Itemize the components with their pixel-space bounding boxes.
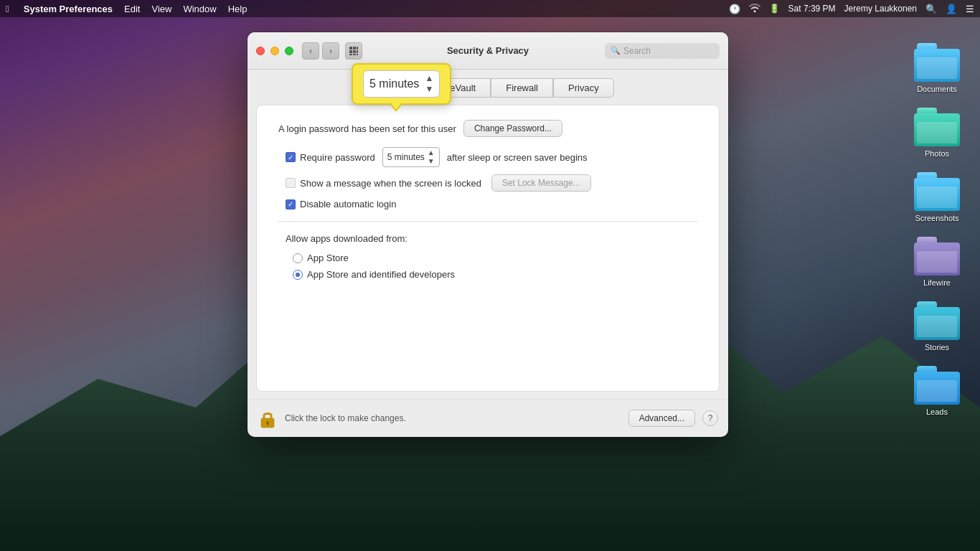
photos-folder-icon: [914, 108, 960, 146]
user-icon[interactable]: 👤: [946, 4, 957, 14]
svg-rect-8: [357, 54, 358, 55]
traffic-lights: [256, 47, 293, 55]
stepper-down-icon[interactable]: ▼: [428, 158, 435, 165]
menubar-username[interactable]: Jeremy Laukkonen: [844, 4, 917, 14]
leads-label: Leads: [926, 408, 948, 416]
minimize-button[interactable]: [270, 47, 279, 55]
login-password-row: A login password has been set for this u…: [278, 120, 697, 137]
advanced-button[interactable]: Advanced...: [628, 410, 695, 427]
app-store-label: App Store: [307, 253, 349, 263]
desktop-sidebar: Documents Photos Screenshots: [894, 29, 980, 430]
documents-folder-icon: [914, 43, 960, 82]
lock-text: Click the lock to make changes.: [285, 413, 621, 423]
stepper-up-icon[interactable]: ▲: [428, 149, 435, 156]
menubar-help[interactable]: Help: [228, 4, 248, 14]
leads-folder-icon: [914, 366, 960, 405]
set-lock-message-button[interactable]: Set Lock Message...: [491, 174, 591, 192]
allow-apps-label: Allow apps downloaded from:: [278, 233, 697, 244]
disable-auto-login-row: ✓ Disable automatic login: [278, 199, 697, 209]
app-store-row: App Store: [278, 253, 697, 263]
app-store-dev-radio[interactable]: [293, 270, 303, 280]
menubar-datetime: Sat 7:39 PM: [788, 4, 836, 14]
lifewire-label: Lifewire: [923, 278, 951, 287]
svg-rect-7: [353, 54, 356, 55]
show-message-checkbox[interactable]: [286, 178, 296, 188]
lifewire-folder-icon: [914, 237, 960, 276]
menubar-system-prefs[interactable]: System Preferences: [24, 4, 113, 14]
separator: [278, 221, 697, 222]
callout-tooltip: 5 minutes ▲ ▼: [352, 63, 451, 105]
callout-stepper-up-icon[interactable]: ▲: [425, 74, 433, 83]
require-password-label: Require password: [300, 152, 375, 163]
sidebar-item-screenshots[interactable]: Screenshots: [914, 172, 960, 222]
titlebar: ‹ › Security & Privacy 🔍: [248, 32, 728, 70]
help-button[interactable]: ?: [702, 410, 718, 426]
app-store-dev-row: App Store and identified developers: [278, 269, 697, 280]
screenshots-label: Screenshots: [915, 214, 958, 222]
grid-button[interactable]: [345, 42, 362, 60]
documents-label: Documents: [917, 85, 957, 93]
notification-center-icon[interactable]: ☰: [966, 4, 974, 14]
close-button[interactable]: [256, 47, 265, 55]
sidebar-item-stories[interactable]: Stories: [914, 301, 960, 352]
apple-menu[interactable]: : [6, 4, 9, 14]
sidebar-item-lifewire[interactable]: Lifewire: [914, 237, 960, 287]
svg-rect-4: [353, 50, 356, 53]
svg-rect-2: [357, 47, 358, 50]
time-select-value: 5 minutes: [387, 152, 425, 162]
stories-folder-icon: [914, 301, 960, 340]
callout-stepper-down-icon[interactable]: ▼: [425, 85, 433, 94]
sidebar-item-photos[interactable]: Photos: [914, 108, 960, 158]
sidebar-item-documents[interactable]: Documents: [914, 43, 960, 93]
svg-rect-1: [353, 47, 356, 50]
menubar-window[interactable]: Window: [183, 4, 216, 14]
maximize-button[interactable]: [285, 47, 293, 55]
menubar-view[interactable]: View: [151, 4, 171, 14]
content-area: A login password has been set for this u…: [256, 105, 720, 392]
app-store-radio[interactable]: [293, 253, 303, 263]
screenshots-folder-icon: [914, 172, 960, 211]
bottom-bar: Click the lock to make changes. Advanced…: [248, 399, 728, 437]
menubar-edit[interactable]: Edit: [124, 4, 140, 14]
callout-text: 5 minutes: [369, 77, 419, 90]
wifi-icon: [749, 4, 760, 14]
stories-label: Stories: [925, 343, 949, 352]
tab-privacy[interactable]: Privacy: [553, 78, 614, 98]
search-bar[interactable]: 🔍: [605, 43, 720, 59]
lock-icon: [260, 408, 275, 428]
callout-stepper: ▲ ▼: [425, 74, 433, 94]
show-message-label: Show a message when the screen is locked: [300, 178, 481, 189]
callout-select[interactable]: 5 minutes ▲ ▼: [363, 70, 440, 98]
show-message-row: Show a message when the screen is locked…: [278, 174, 697, 192]
require-password-row: ✓ Require password 5 minutes ▲ ▼ after s…: [278, 147, 697, 167]
after-sleep-text: after sleep or screen saver begins: [447, 152, 588, 163]
tab-firewall[interactable]: Firewall: [491, 78, 553, 98]
menubar:  System Preferences Edit View Window He…: [0, 0, 980, 17]
spotlight-icon[interactable]: 🔍: [925, 4, 937, 14]
change-password-button[interactable]: Change Password...: [463, 120, 562, 137]
forward-button[interactable]: ›: [322, 42, 339, 60]
battery-icon: 🔋: [769, 4, 780, 14]
search-icon: 🔍: [611, 46, 621, 55]
svg-rect-5: [357, 50, 358, 53]
menubar-left:  System Preferences Edit View Window He…: [6, 4, 247, 14]
window-title: Security & Privacy: [447, 45, 529, 56]
require-password-checkbox[interactable]: ✓: [286, 152, 296, 162]
titlebar-nav: ‹ ›: [302, 42, 339, 60]
history-icon: 🕐: [729, 4, 740, 14]
app-store-dev-label: App Store and identified developers: [307, 269, 455, 280]
search-input[interactable]: [623, 46, 714, 56]
photos-label: Photos: [925, 149, 949, 158]
svg-rect-3: [349, 50, 352, 53]
sidebar-item-leads[interactable]: Leads: [914, 366, 960, 416]
svg-rect-0: [349, 47, 352, 50]
back-button[interactable]: ‹: [302, 42, 319, 60]
security-privacy-window: ‹ › Security & Privacy 🔍: [248, 32, 728, 437]
time-select[interactable]: 5 minutes ▲ ▼: [382, 147, 440, 167]
lock-button[interactable]: [258, 407, 278, 430]
disable-auto-login-label: Disable automatic login: [300, 199, 396, 209]
desktop:  System Preferences Edit View Window He…: [0, 0, 980, 551]
disable-auto-login-checkbox[interactable]: ✓: [286, 199, 296, 209]
tabs-bar: General FileVault Firewall Privacy: [248, 70, 728, 98]
svg-rect-6: [349, 54, 352, 55]
